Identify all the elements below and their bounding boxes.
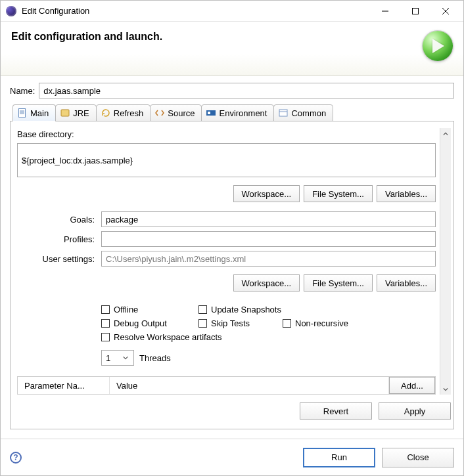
close-button[interactable]: Close <box>382 448 454 467</box>
file-system-button-2[interactable]: File System... <box>304 274 373 292</box>
svg-rect-10 <box>208 112 210 114</box>
tab-refresh[interactable]: Refresh <box>96 104 151 121</box>
tab-label: JRE <box>73 108 89 118</box>
variables-button[interactable]: Variables... <box>377 185 436 202</box>
window-title: Edit Configuration <box>22 6 370 16</box>
skip-tests-checkbox[interactable]: Skip Tests <box>198 318 264 328</box>
threads-label: Threads <box>139 353 171 363</box>
titlebar: Edit Configuration <box>1 1 463 22</box>
threads-combo[interactable]: 1 <box>101 350 134 366</box>
tabs-strip: Main JRE Refresh Source <box>10 104 454 121</box>
profiles-label: Profiles: <box>17 234 96 244</box>
skip-tests-label: Skip Tests <box>211 318 250 328</box>
parameters-table: Parameter Na... Value Add... <box>17 376 436 395</box>
document-icon <box>17 108 28 118</box>
scroll-down-icon[interactable] <box>440 383 451 395</box>
vertical-scrollbar[interactable] <box>440 128 451 395</box>
name-row: Name: <box>10 83 454 98</box>
resolve-workspace-checkbox[interactable]: Resolve Workspace artifacts <box>101 332 222 342</box>
file-system-button[interactable]: File System... <box>304 185 373 202</box>
offline-label: Offline <box>114 305 138 314</box>
close-window-button[interactable] <box>430 1 461 21</box>
svg-rect-11 <box>279 110 287 116</box>
checkbox-group: Offline Update Snapshots Debug Output <box>101 305 436 342</box>
resolve-workspace-label: Resolve Workspace artifacts <box>114 332 222 342</box>
non-recursive-checkbox[interactable]: Non-recursive <box>283 318 348 328</box>
base-directory-buttons: Workspace... File System... Variables... <box>17 185 436 202</box>
environment-icon <box>206 108 216 118</box>
user-settings-buttons: Workspace... File System... Variables... <box>17 274 436 292</box>
param-value-header[interactable]: Value <box>110 377 389 394</box>
dialog-footer: ? Run Close <box>1 439 463 475</box>
tab-label: Common <box>291 108 326 118</box>
debug-output-label: Debug Output <box>114 318 167 328</box>
tab-label: Environment <box>219 108 267 118</box>
maximize-button[interactable] <box>400 1 430 21</box>
revert-button[interactable]: Revert <box>300 402 372 420</box>
tab-label: Refresh <box>114 108 144 118</box>
tab-main[interactable]: Main <box>12 104 56 121</box>
help-icon[interactable]: ? <box>10 452 22 464</box>
svg-rect-8 <box>61 110 69 116</box>
update-snapshots-checkbox[interactable]: Update Snapshots <box>198 305 281 314</box>
tab-panel: Base directory: Workspace... File System… <box>10 121 454 429</box>
tab-label: Main <box>30 108 49 118</box>
tab-environment[interactable]: Environment <box>201 104 274 121</box>
name-label: Name: <box>10 86 35 96</box>
scroll-up-icon[interactable] <box>440 128 451 139</box>
tab-source[interactable]: Source <box>150 104 202 121</box>
common-icon <box>278 108 289 118</box>
workspace-button-2[interactable]: Workspace... <box>233 274 300 292</box>
tab-common[interactable]: Common <box>273 104 333 121</box>
goals-input[interactable] <box>101 211 436 227</box>
banner: Edit configuration and launch. <box>1 22 463 76</box>
tab-jre[interactable]: JRE <box>55 104 97 121</box>
offline-checkbox[interactable]: Offline <box>101 305 180 314</box>
svg-rect-1 <box>413 8 419 14</box>
goals-label: Goals: <box>17 215 96 225</box>
profiles-input[interactable] <box>101 231 436 247</box>
name-input[interactable] <box>39 83 454 98</box>
add-parameter-button[interactable]: Add... <box>389 377 435 394</box>
source-icon <box>154 108 165 118</box>
param-name-header[interactable]: Parameter Na... <box>18 377 110 394</box>
eclipse-icon <box>6 6 16 16</box>
non-recursive-label: Non-recursive <box>295 318 348 328</box>
dialog-window: Edit Configuration Edit configuration an… <box>0 0 464 476</box>
base-directory-label: Base directory: <box>17 129 436 139</box>
refresh-icon <box>101 108 111 118</box>
threads-value: 1 <box>102 353 118 363</box>
debug-output-checkbox[interactable]: Debug Output <box>101 318 180 328</box>
apply-button[interactable]: Apply <box>379 402 451 420</box>
variables-button-2[interactable]: Variables... <box>377 274 436 292</box>
svg-rect-4 <box>19 109 26 118</box>
body-area: Name: Main JRE Refresh <box>1 76 463 439</box>
run-button[interactable]: Run <box>303 448 375 467</box>
chevron-down-icon <box>118 351 133 365</box>
workspace-button[interactable]: Workspace... <box>233 185 300 202</box>
user-settings-label: User settings: <box>17 254 96 264</box>
tab-label: Source <box>168 108 195 118</box>
run-icon <box>423 31 453 61</box>
tab-content-main: Base directory: Workspace... File System… <box>17 128 440 395</box>
jre-icon <box>60 108 70 118</box>
minimize-button[interactable] <box>370 1 400 21</box>
banner-heading: Edit configuration and launch. <box>11 31 423 43</box>
update-snapshots-label: Update Snapshots <box>211 305 281 314</box>
revert-apply-row: Revert Apply <box>17 395 451 422</box>
user-settings-input[interactable] <box>101 251 436 267</box>
base-directory-input[interactable] <box>17 143 436 177</box>
